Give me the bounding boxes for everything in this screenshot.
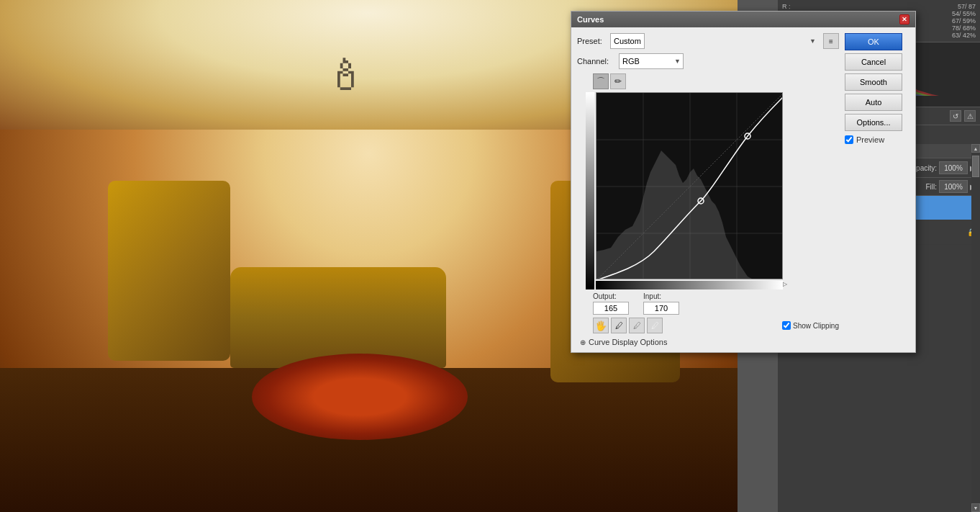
c-value: 54/ 55% [952, 10, 976, 17]
sofa-left [108, 181, 230, 361]
curve-display-options[interactable]: ⊕ Curve Display Options [577, 338, 839, 346]
scroll-up-arrow[interactable]: ▲ [971, 144, 980, 153]
output-field[interactable] [593, 302, 629, 315]
opacity-row: Opacity: ▶ [910, 161, 976, 174]
preset-select[interactable]: Custom [610, 33, 645, 49]
preset-select-wrapper: Custom ▼ [610, 33, 819, 49]
refresh-button[interactable]: ↺ [950, 110, 961, 122]
channel-select[interactable]: RGB [619, 53, 684, 69]
channel-row: Channel: RGB ▼ [577, 53, 839, 69]
fill-row: Fill: ▶ [925, 180, 976, 193]
cancel-button[interactable]: Cancel [845, 53, 902, 71]
preset-icons: ≡ [823, 33, 839, 49]
scroll-thumb[interactable] [972, 156, 979, 177]
sofa-main [230, 267, 446, 368]
expand-icon: ⊕ [580, 338, 586, 346]
curve-node-tool[interactable]: ⌒ [593, 73, 609, 89]
warning-button[interactable]: ⚠ [964, 110, 976, 122]
curves-svg[interactable] [596, 92, 783, 279]
dialog-title: Curves [577, 15, 604, 24]
dialog-titlebar: Curves ✕ [571, 12, 915, 27]
dialog-right: OK Cancel Smooth Auto Options... Preview [845, 33, 909, 346]
svg-rect-9 [596, 279, 599, 279]
r-value: 57/ 87 [958, 3, 976, 10]
black-point-eyedropper[interactable]: 🖊 [611, 318, 627, 333]
white-point-eyedropper[interactable]: 🖊 [647, 318, 663, 333]
preview-row: Preview [845, 135, 909, 144]
show-clipping-label: Show Clipping [793, 322, 839, 330]
ok-button[interactable]: OK [845, 33, 902, 50]
close-button[interactable]: ✕ [899, 14, 909, 24]
output-label: Output: [593, 292, 629, 300]
opacity-input[interactable] [939, 161, 968, 174]
preview-label: Preview [856, 135, 884, 144]
gradient-h-arrow-icon: ▷ [783, 281, 787, 287]
dialog-left: Preset: Custom ▼ ≡ Channel: RGB [577, 33, 839, 346]
preset-list-icon[interactable]: ≡ [823, 33, 839, 49]
dialog-body: Preset: Custom ▼ ≡ Channel: RGB [571, 27, 915, 352]
scroll-down-arrow[interactable]: ▼ [971, 503, 980, 512]
row3-value: 67/ 59% [952, 17, 976, 24]
curve-display-options-label: Curve Display Options [589, 338, 667, 346]
input-box: Input: [643, 292, 679, 315]
eyedropper-row: 🖐 🖊 🖊 🖊 Show Clipping [577, 318, 839, 333]
layers-scrollbar[interactable]: ▲ ▼ [971, 144, 980, 512]
eyedropper-group: 🖐 🖊 🖊 🖊 [593, 318, 663, 333]
info-r-row: R : 57/ 87 [782, 3, 976, 10]
preview-checkbox[interactable] [845, 135, 853, 144]
show-clipping-checkbox[interactable] [782, 321, 791, 330]
output-box: Output: [593, 292, 629, 315]
fill-label: Fill: [925, 183, 937, 191]
chandelier [302, 36, 417, 137]
sample-point-tool[interactable]: 🖐 [593, 318, 609, 333]
row4-value: 78/ 68% [952, 24, 976, 32]
output-input-row: Output: Input: [577, 292, 839, 315]
curves-dialog: Curves ✕ Preset: Custom ▼ ≡ Chann [571, 11, 916, 353]
gray-point-eyedropper[interactable]: 🖊 [629, 318, 645, 333]
options-button[interactable]: Options... [845, 114, 902, 131]
gradient-bar-horizontal: ▷ [596, 281, 783, 289]
input-field[interactable] [643, 302, 679, 315]
gradient-bar-vertical [586, 92, 594, 289]
preset-label: Preset: [577, 37, 606, 45]
show-clipping: Show Clipping [782, 321, 839, 330]
curves-tools: ⌒ ✏ [577, 73, 839, 89]
curves-graph-wrapper: ▷ [577, 92, 839, 289]
channel-select-wrapper: RGB ▼ [619, 53, 684, 69]
channel-label: Channel: [577, 57, 614, 66]
fill-input[interactable] [939, 180, 968, 193]
smooth-button[interactable]: Smooth [845, 73, 902, 91]
preset-dropdown-arrow-icon: ▼ [809, 37, 816, 45]
r-label: R : [782, 3, 791, 10]
curves-graph-area[interactable]: ▷ [596, 92, 783, 289]
rug [252, 354, 468, 440]
preset-row: Preset: Custom ▼ ≡ [577, 33, 839, 49]
row5-value: 63/ 42% [952, 32, 976, 39]
curve-pencil-tool[interactable]: ✏ [610, 73, 626, 89]
input-label: Input: [643, 292, 679, 300]
auto-button[interactable]: Auto [845, 94, 902, 111]
